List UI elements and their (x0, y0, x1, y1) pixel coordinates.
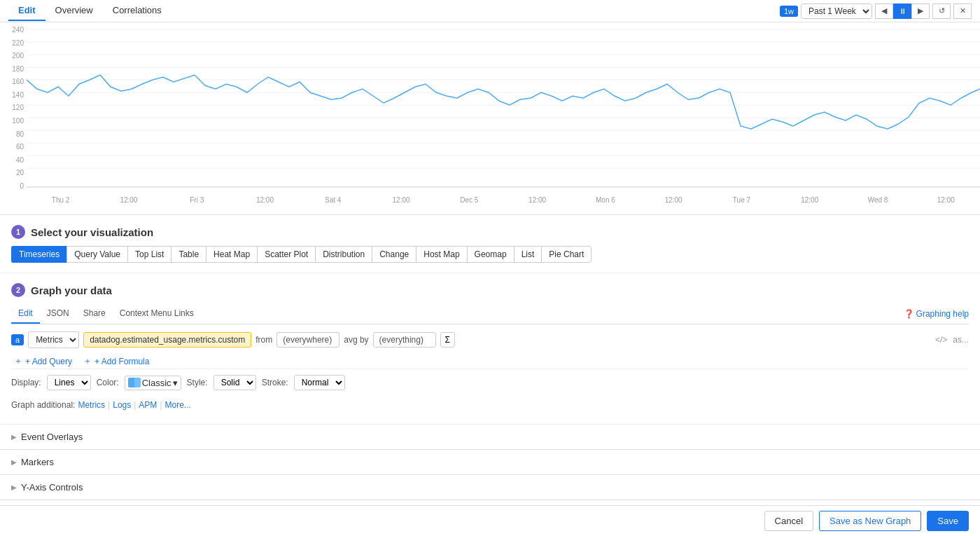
y-label-140: 140 (3, 91, 24, 99)
y-label-200: 200 (3, 52, 24, 60)
chart-container: 240 220 200 180 160 140 120 100 80 60 40… (0, 22, 980, 215)
ga-link-metrics[interactable]: Metrics (78, 400, 105, 410)
viz-distribution[interactable]: Distribution (315, 246, 372, 263)
viz-hostmap[interactable]: Host Map (416, 246, 466, 263)
inner-tabs: Edit JSON Share Context Menu Links ❓ Gra… (11, 304, 969, 324)
query-avgby-value[interactable]: (everything) (373, 332, 436, 348)
display-label: Display: (11, 378, 41, 387)
viz-buttons: Timeseries Query Value Top List Table He… (11, 246, 969, 263)
add-formula-label: + Add Formula (94, 357, 149, 366)
x-label-1200f: 12:00 (776, 196, 844, 204)
as-label: as... (953, 335, 969, 345)
y-label-40: 40 (3, 156, 24, 164)
x-label-1200d: 12:00 (503, 196, 571, 204)
tab-overview[interactable]: Overview (46, 1, 103, 21)
tab-inner-json[interactable]: JSON (40, 304, 76, 324)
inner-tabs-left: Edit JSON Share Context Menu Links (11, 304, 201, 324)
style-label: Style: (187, 378, 208, 387)
y-label-120: 120 (3, 104, 24, 111)
viz-piechart[interactable]: Pie Chart (541, 246, 592, 263)
x-label-thu2: Thu 2 (27, 196, 94, 204)
next-btn[interactable]: ▶ (911, 4, 930, 19)
step1-section: 1 Select your visualization Timeseries Q… (0, 215, 980, 273)
time-select[interactable]: Past 1 Week (801, 4, 872, 19)
x-label-sat4: Sat 4 (299, 196, 367, 204)
time-badge[interactable]: 1w (780, 6, 798, 17)
viz-change[interactable]: Change (372, 246, 416, 263)
y-label-220: 220 (3, 39, 24, 47)
x-label-wed8: Wed 8 (844, 196, 911, 204)
cancel-button[interactable]: Cancel (764, 511, 813, 531)
y-axis-controls-row[interactable]: ▶ Y-Axis Controls (0, 475, 980, 500)
query-metric-input[interactable]: datadog.estimated_usage.metrics.custom (83, 332, 251, 348)
chevron-down-icon: ▾ (173, 378, 178, 388)
pause-btn[interactable]: ⏸ (893, 4, 911, 19)
stroke-label: Stroke: (262, 378, 288, 387)
y-label-60: 60 (3, 143, 24, 151)
refresh-btn[interactable]: ↺ (932, 4, 951, 19)
graphing-help-link[interactable]: ❓ Graphing help (904, 309, 969, 319)
tab-correlations[interactable]: Correlations (103, 1, 172, 21)
viz-scatterplot[interactable]: Scatter Plot (257, 246, 315, 263)
ga-link-more[interactable]: More... (165, 400, 191, 410)
x-label-dec5: Dec 5 (435, 196, 503, 204)
ga-sep-3: | (160, 400, 162, 410)
ga-link-apm[interactable]: APM (139, 400, 157, 410)
viz-geomap[interactable]: Geomap (467, 246, 514, 263)
viz-table[interactable]: Table (171, 246, 206, 263)
y-label-0: 0 (3, 182, 24, 190)
query-from-label: from (255, 335, 272, 345)
style-select[interactable]: Solid (214, 375, 256, 390)
ga-link-logs[interactable]: Logs (113, 400, 131, 410)
plus-icon-query: ＋ (14, 355, 22, 367)
y-label-180: 180 (3, 65, 24, 73)
step2-section: 2 Graph your data Edit JSON Share Contex… (0, 273, 980, 425)
prev-btn[interactable]: ◀ (875, 4, 893, 19)
query-from-value[interactable]: (everywhere) (276, 332, 340, 348)
tab-edit[interactable]: Edit (8, 1, 46, 21)
event-overlays-row[interactable]: ▶ Event Overlays (0, 425, 980, 450)
top-nav: Edit Overview Correlations 1w Past 1 Wee… (0, 0, 980, 22)
y-label-80: 80 (3, 130, 24, 138)
display-type-select[interactable]: Lines (47, 375, 91, 390)
tab-inner-edit[interactable]: Edit (11, 304, 40, 324)
tab-inner-context[interactable]: Context Menu Links (113, 304, 201, 324)
add-query-label: + Add Query (25, 357, 72, 366)
action-buttons: ＋ + Add Query ＋ + Add Formula (11, 354, 969, 369)
close-btn[interactable]: ✕ (953, 4, 972, 19)
save-button[interactable]: Save (927, 511, 969, 531)
viz-toplist[interactable]: Top List (127, 246, 171, 263)
x-label-1200c: 12:00 (367, 196, 435, 204)
step1-badge: 1 (11, 225, 25, 239)
display-row: Display: Lines Color: Classic ▾ Style: S… (11, 369, 969, 396)
add-formula-button[interactable]: ＋ + Add Formula (80, 354, 152, 369)
nav-controls: 1w Past 1 Week ◀ ⏸ ▶ ↺ ✕ (780, 4, 972, 19)
viz-timeseries[interactable]: Timeseries (11, 246, 66, 263)
question-icon: ❓ (904, 309, 914, 319)
viz-list[interactable]: List (514, 246, 542, 263)
ga-sep-1: | (108, 400, 110, 410)
color-swatch[interactable]: Classic ▾ (125, 376, 181, 390)
viz-queryvalue[interactable]: Query Value (66, 246, 127, 263)
code-button[interactable]: </> (934, 334, 948, 346)
viz-heatmap[interactable]: Heat Map (206, 246, 257, 263)
graphing-help-text: Graphing help (916, 309, 969, 319)
markers-row[interactable]: ▶ Markers (0, 450, 980, 475)
x-label-1200g: 12:00 (912, 196, 980, 204)
x-label-1200b: 12:00 (231, 196, 299, 204)
query-row: a Metrics datadog.estimated_usage.metric… (11, 331, 969, 348)
chevron-icon-event: ▶ (11, 433, 17, 441)
y-label-160: 160 (3, 78, 24, 85)
color-label: Color: (97, 378, 119, 387)
add-query-button[interactable]: ＋ + Add Query (11, 354, 75, 369)
x-label-fri3: Fri 3 (163, 196, 231, 204)
query-type-select[interactable]: Metrics (28, 331, 79, 348)
step2-header: 2 Graph your data (11, 283, 969, 297)
save-as-new-graph-button[interactable]: Save as New Graph (819, 511, 921, 531)
stroke-select[interactable]: Normal (294, 375, 345, 390)
ga-sep-2: | (134, 400, 136, 410)
tab-inner-share[interactable]: Share (76, 304, 113, 324)
sigma-button[interactable]: Σ (440, 332, 455, 348)
step1-header: 1 Select your visualization (11, 225, 969, 239)
bottom-bar: Cancel Save as New Graph Save (0, 505, 980, 536)
